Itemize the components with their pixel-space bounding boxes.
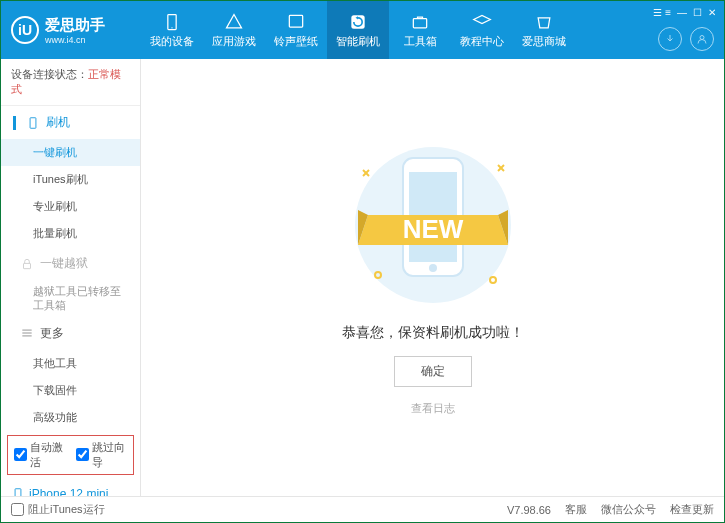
footer: 阻止iTunes运行 V7.98.66 客服 微信公众号 检查更新 <box>1 496 724 522</box>
apps-icon <box>224 12 244 32</box>
refresh-icon <box>348 12 368 32</box>
device-info[interactable]: iPhone 12 mini 64GB Down-12mini-13,1 <box>1 483 140 496</box>
menu-icon <box>20 326 34 340</box>
close-icon[interactable]: ✕ <box>708 7 716 18</box>
wechat-link[interactable]: 微信公众号 <box>601 502 656 517</box>
app-header: iU 爱思助手 www.i4.cn 我的设备 应用游戏 铃声壁纸 智能刷机 <box>1 1 724 59</box>
sidebar-item-itunes-flash[interactable]: iTunes刷机 <box>1 166 140 193</box>
main-nav: 我的设备 应用游戏 铃声壁纸 智能刷机 工具箱 教程中心 <box>141 1 575 59</box>
skip-guide-checkbox[interactable]: 跳过向导 <box>76 440 128 470</box>
sidebar-head-jailbreak[interactable]: 一键越狱 <box>1 247 140 280</box>
view-log-link[interactable]: 查看日志 <box>411 401 455 416</box>
phone-icon <box>11 487 25 496</box>
nav-toolbox[interactable]: 工具箱 <box>389 1 451 59</box>
sidebar-head-more[interactable]: 更多 <box>1 317 140 350</box>
nav-label: 智能刷机 <box>336 34 380 49</box>
success-message: 恭喜您，保资料刷机成功啦！ <box>342 324 524 342</box>
sidebar: 设备连接状态：正常模式 刷机 一键刷机 iTunes刷机 专业刷机 批量刷机 一… <box>1 59 141 496</box>
store-icon <box>534 12 554 32</box>
nav-my-device[interactable]: 我的设备 <box>141 1 203 59</box>
device-status: 设备连接状态：正常模式 <box>1 59 140 106</box>
svg-point-1 <box>171 27 172 28</box>
version-label: V7.98.66 <box>507 504 551 516</box>
app-url: www.i4.cn <box>45 35 105 45</box>
account-button[interactable] <box>690 27 714 51</box>
svg-point-18 <box>490 277 496 283</box>
phone-icon <box>162 12 182 32</box>
status-label: 设备连接状态： <box>11 68 88 80</box>
nav-label: 教程中心 <box>460 34 504 49</box>
nav-label: 我的设备 <box>150 34 194 49</box>
sidebar-item-other-tools[interactable]: 其他工具 <box>1 350 140 377</box>
ribbon-text: NEW <box>402 214 463 244</box>
sidebar-item-advanced[interactable]: 高级功能 <box>1 404 140 431</box>
main-content: NEW 恭喜您，保资料刷机成功啦！ 确定 查看日志 <box>141 59 724 496</box>
sidebar-item-download-firmware[interactable]: 下载固件 <box>1 377 140 404</box>
nav-label: 工具箱 <box>404 34 437 49</box>
sidebar-item-pro-flash[interactable]: 专业刷机 <box>1 193 140 220</box>
check-update-link[interactable]: 检查更新 <box>670 502 714 517</box>
phone-icon <box>26 116 40 130</box>
minimize-icon[interactable]: — <box>677 7 687 18</box>
customer-service-link[interactable]: 客服 <box>565 502 587 517</box>
download-button[interactable] <box>658 27 682 51</box>
options-box: 自动激活 跳过向导 <box>7 435 134 475</box>
logo-area: iU 爱思助手 www.i4.cn <box>1 16 141 45</box>
graduation-icon <box>472 12 492 32</box>
auto-activate-checkbox[interactable]: 自动激活 <box>14 440 66 470</box>
app-logo-icon: iU <box>11 16 39 44</box>
maximize-icon[interactable]: ☐ <box>693 7 702 18</box>
device-name: iPhone 12 mini <box>29 487 108 496</box>
app-name: 爱思助手 <box>45 16 105 35</box>
sidebar-head-flash[interactable]: 刷机 <box>1 106 140 139</box>
svg-point-5 <box>700 36 704 40</box>
nav-smart-flash[interactable]: 智能刷机 <box>327 1 389 59</box>
sidebar-item-one-click-flash[interactable]: 一键刷机 <box>1 139 140 166</box>
sidebar-item-batch-flash[interactable]: 批量刷机 <box>1 220 140 247</box>
wallpaper-icon <box>286 12 306 32</box>
nav-label: 铃声壁纸 <box>274 34 318 49</box>
svg-rect-7 <box>24 263 31 268</box>
section-label: 更多 <box>40 325 64 342</box>
ok-button[interactable]: 确定 <box>394 356 472 387</box>
nav-tutorials[interactable]: 教程中心 <box>451 1 513 59</box>
nav-label: 应用游戏 <box>212 34 256 49</box>
nav-apps-games[interactable]: 应用游戏 <box>203 1 265 59</box>
nav-ringtones[interactable]: 铃声壁纸 <box>265 1 327 59</box>
svg-rect-2 <box>289 15 302 27</box>
svg-rect-8 <box>15 488 21 496</box>
jailbreak-note: 越狱工具已转移至 工具箱 <box>1 280 140 317</box>
lock-icon <box>20 257 34 271</box>
window-controls: ☰ ≡ — ☐ ✕ <box>653 7 716 18</box>
svg-rect-4 <box>413 18 426 27</box>
svg-point-12 <box>429 264 437 272</box>
success-illustration: NEW <box>333 140 533 310</box>
toolbox-icon <box>410 12 430 32</box>
block-itunes-checkbox[interactable]: 阻止iTunes运行 <box>11 502 105 517</box>
nav-store[interactable]: 爱思商城 <box>513 1 575 59</box>
section-label: 一键越狱 <box>40 255 88 272</box>
section-label: 刷机 <box>46 114 70 131</box>
nav-label: 爱思商城 <box>522 34 566 49</box>
svg-rect-6 <box>30 117 36 128</box>
menu-icon[interactable]: ☰ ≡ <box>653 7 671 18</box>
